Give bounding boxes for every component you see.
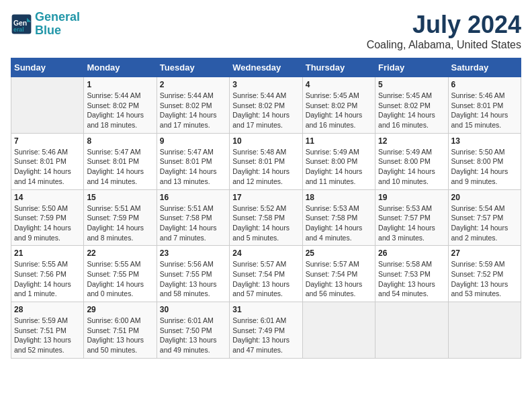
day-info: Sunrise: 5:50 AMSunset: 8:00 PMDaylight:… [451, 147, 518, 187]
calendar-cell: 13Sunrise: 5:50 AMSunset: 8:00 PMDayligh… [448, 133, 521, 189]
day-info: Sunrise: 5:54 AMSunset: 7:57 PMDaylight:… [451, 203, 518, 243]
day-number: 11 [306, 136, 372, 146]
day-number: 13 [451, 136, 518, 146]
day-number: 5 [378, 80, 445, 89]
day-info: Sunrise: 5:53 AMSunset: 7:58 PMDaylight:… [306, 203, 372, 243]
day-number: 23 [160, 248, 226, 258]
day-number: 28 [14, 305, 81, 314]
subtitle: Coaling, Alabama, United States [367, 39, 521, 51]
logo-icon: Gen eral [11, 13, 32, 35]
calendar-header-row: SundayMondayTuesdayWednesdayThursdayFrid… [11, 58, 521, 77]
calendar-cell: 30Sunrise: 6:01 AMSunset: 7:50 PMDayligh… [157, 302, 229, 359]
logo: Gen eral General Blue [11, 11, 80, 38]
svg-text:Gen: Gen [13, 19, 27, 26]
calendar-cell: 25Sunrise: 5:57 AMSunset: 7:54 PMDayligh… [302, 246, 375, 302]
day-info: Sunrise: 5:49 AMSunset: 8:00 PMDaylight:… [306, 147, 372, 187]
day-info: Sunrise: 5:50 AMSunset: 7:59 PMDaylight:… [14, 203, 81, 243]
calendar-cell [11, 77, 84, 134]
calendar-cell: 28Sunrise: 5:59 AMSunset: 7:51 PMDayligh… [11, 302, 84, 359]
calendar-cell [302, 302, 375, 359]
page-header: Gen eral General Blue July 2024 Coaling,… [11, 11, 521, 51]
calendar-cell: 9Sunrise: 5:47 AMSunset: 8:01 PMDaylight… [157, 133, 229, 189]
calendar-cell: 1Sunrise: 5:44 AMSunset: 8:02 PMDaylight… [84, 77, 157, 134]
day-number: 2 [160, 80, 226, 89]
header-day-thursday: Thursday [302, 58, 375, 77]
calendar-cell: 23Sunrise: 5:56 AMSunset: 7:55 PMDayligh… [157, 246, 229, 302]
day-number: 7 [14, 136, 81, 146]
day-info: Sunrise: 5:59 AMSunset: 7:52 PMDaylight:… [451, 259, 518, 299]
day-info: Sunrise: 5:51 AMSunset: 7:59 PMDaylight:… [87, 203, 153, 243]
day-number: 20 [451, 193, 518, 202]
day-number: 9 [160, 136, 226, 146]
calendar-cell: 26Sunrise: 5:58 AMSunset: 7:53 PMDayligh… [375, 246, 448, 302]
day-number: 30 [160, 305, 226, 314]
day-info: Sunrise: 5:52 AMSunset: 7:58 PMDaylight:… [232, 203, 299, 243]
day-number: 31 [232, 305, 299, 314]
day-info: Sunrise: 5:57 AMSunset: 7:54 PMDaylight:… [306, 259, 372, 299]
calendar-cell: 2Sunrise: 5:44 AMSunset: 8:02 PMDaylight… [157, 77, 229, 134]
day-number: 24 [232, 248, 299, 258]
day-number: 10 [232, 136, 299, 146]
day-number: 17 [232, 193, 299, 202]
day-info: Sunrise: 5:44 AMSunset: 8:02 PMDaylight:… [87, 91, 153, 130]
calendar-week-2: 7Sunrise: 5:46 AMSunset: 8:01 PMDaylight… [11, 133, 521, 189]
day-info: Sunrise: 5:46 AMSunset: 8:01 PMDaylight:… [14, 147, 81, 187]
day-info: Sunrise: 5:51 AMSunset: 7:58 PMDaylight:… [160, 203, 226, 243]
calendar-cell: 27Sunrise: 5:59 AMSunset: 7:52 PMDayligh… [448, 246, 521, 302]
main-title: July 2024 [367, 11, 521, 39]
day-number: 14 [14, 193, 81, 202]
svg-text:eral: eral [13, 26, 24, 33]
day-number: 22 [87, 248, 153, 258]
calendar-cell: 5Sunrise: 5:45 AMSunset: 8:02 PMDaylight… [375, 77, 448, 134]
header-day-sunday: Sunday [11, 58, 84, 77]
day-number: 16 [160, 193, 226, 202]
day-info: Sunrise: 5:53 AMSunset: 7:57 PMDaylight:… [378, 203, 445, 243]
calendar-week-3: 14Sunrise: 5:50 AMSunset: 7:59 PMDayligh… [11, 189, 521, 246]
calendar-cell: 7Sunrise: 5:46 AMSunset: 8:01 PMDaylight… [11, 133, 84, 189]
day-number: 15 [87, 193, 153, 202]
calendar-cell: 3Sunrise: 5:44 AMSunset: 8:02 PMDaylight… [230, 77, 302, 134]
calendar-cell: 31Sunrise: 6:01 AMSunset: 7:49 PMDayligh… [230, 302, 302, 359]
day-number: 1 [87, 80, 153, 89]
day-info: Sunrise: 5:47 AMSunset: 8:01 PMDaylight:… [160, 147, 226, 187]
calendar-cell: 18Sunrise: 5:53 AMSunset: 7:58 PMDayligh… [302, 189, 375, 246]
day-info: Sunrise: 5:59 AMSunset: 7:51 PMDaylight:… [14, 316, 81, 355]
calendar-cell: 29Sunrise: 6:00 AMSunset: 7:51 PMDayligh… [84, 302, 157, 359]
calendar-cell: 15Sunrise: 5:51 AMSunset: 7:59 PMDayligh… [84, 189, 157, 246]
header-day-monday: Monday [84, 58, 157, 77]
header-day-wednesday: Wednesday [230, 58, 302, 77]
day-info: Sunrise: 6:01 AMSunset: 7:50 PMDaylight:… [160, 316, 226, 355]
day-number: 3 [232, 80, 299, 89]
calendar-week-5: 28Sunrise: 5:59 AMSunset: 7:51 PMDayligh… [11, 302, 521, 359]
header-day-friday: Friday [375, 58, 448, 77]
header-day-saturday: Saturday [448, 58, 521, 77]
day-number: 6 [451, 80, 518, 89]
calendar-cell: 11Sunrise: 5:49 AMSunset: 8:00 PMDayligh… [302, 133, 375, 189]
day-number: 29 [87, 305, 153, 314]
day-info: Sunrise: 6:01 AMSunset: 7:49 PMDaylight:… [232, 316, 299, 355]
day-info: Sunrise: 5:55 AMSunset: 7:56 PMDaylight:… [14, 259, 81, 299]
day-number: 19 [378, 193, 445, 202]
calendar-cell: 10Sunrise: 5:48 AMSunset: 8:01 PMDayligh… [230, 133, 302, 189]
calendar-cell: 17Sunrise: 5:52 AMSunset: 7:58 PMDayligh… [230, 189, 302, 246]
calendar-cell: 8Sunrise: 5:47 AMSunset: 8:01 PMDaylight… [84, 133, 157, 189]
day-number: 4 [306, 80, 372, 89]
day-info: Sunrise: 6:00 AMSunset: 7:51 PMDaylight:… [87, 316, 153, 355]
day-number: 26 [378, 248, 445, 258]
calendar-cell: 16Sunrise: 5:51 AMSunset: 7:58 PMDayligh… [157, 189, 229, 246]
calendar-cell [448, 302, 521, 359]
logo-text: General Blue [35, 11, 80, 38]
day-info: Sunrise: 5:47 AMSunset: 8:01 PMDaylight:… [87, 147, 153, 187]
day-info: Sunrise: 5:58 AMSunset: 7:53 PMDaylight:… [378, 259, 445, 299]
day-number: 12 [378, 136, 445, 146]
calendar-cell: 20Sunrise: 5:54 AMSunset: 7:57 PMDayligh… [448, 189, 521, 246]
day-number: 8 [87, 136, 153, 146]
calendar-cell: 4Sunrise: 5:45 AMSunset: 8:02 PMDaylight… [302, 77, 375, 134]
day-info: Sunrise: 5:48 AMSunset: 8:01 PMDaylight:… [232, 147, 299, 187]
day-number: 25 [306, 248, 372, 258]
title-block: July 2024 Coaling, Alabama, United State… [367, 11, 521, 51]
day-info: Sunrise: 5:46 AMSunset: 8:01 PMDaylight:… [451, 91, 518, 130]
calendar-cell [375, 302, 448, 359]
calendar-cell: 24Sunrise: 5:57 AMSunset: 7:54 PMDayligh… [230, 246, 302, 302]
day-info: Sunrise: 5:55 AMSunset: 7:55 PMDaylight:… [87, 259, 153, 299]
